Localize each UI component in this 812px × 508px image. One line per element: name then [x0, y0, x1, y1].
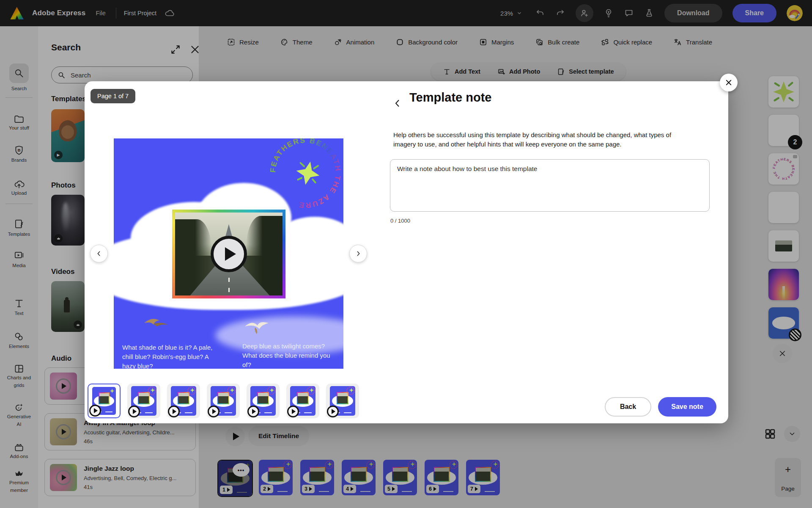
caption-dash — [145, 412, 153, 413]
next-page-arrow[interactable] — [349, 245, 367, 262]
star-sticker-mini — [110, 389, 115, 393]
play-icon — [327, 406, 339, 417]
video-shape — [138, 392, 150, 404]
note-textarea[interactable] — [390, 159, 710, 212]
template-note-modal: Page 1 of 7 FEATHERS BENEATH THE AZURE — [85, 81, 728, 423]
save-note-button[interactable]: Save note — [658, 397, 716, 417]
video-shape — [257, 392, 269, 404]
bird-icon — [143, 315, 170, 330]
preview-thumb-page-3[interactable] — [167, 384, 200, 418]
template-note-pane: Template note Help others be successful … — [389, 81, 719, 423]
squiggle-text-mini — [346, 387, 355, 395]
squiggle-text-mini — [267, 387, 275, 395]
squiggle-text-mini — [148, 387, 156, 395]
squiggle-text-mini — [227, 387, 236, 395]
play-icon — [89, 405, 101, 417]
back-chevron-icon[interactable] — [392, 98, 403, 108]
modal-description: Help others be successful using this tem… — [393, 130, 689, 149]
play-icon — [287, 406, 299, 417]
bird-icon — [242, 320, 272, 336]
preview-thumb-page-1[interactable] — [88, 384, 121, 418]
squiggle-text-mini — [307, 387, 315, 395]
adobe-express-app: Adobe Express File First Project 23% — [0, 0, 812, 508]
preview-thumb-page-6[interactable] — [286, 384, 319, 418]
preview-thumb-page-5[interactable] — [247, 384, 280, 418]
video-play-button[interactable] — [211, 236, 247, 272]
caption-dash — [304, 412, 312, 413]
page-indicator-badge: Page 1 of 7 — [91, 89, 135, 103]
play-icon — [168, 406, 180, 417]
video-shape — [297, 392, 309, 404]
play-icon — [247, 406, 259, 417]
modal-close-button[interactable] — [720, 74, 738, 91]
preview-page-thumbnails — [88, 384, 359, 418]
squiggle-text-mini — [187, 387, 196, 395]
video-shape — [178, 392, 190, 404]
prev-page-arrow[interactable] — [90, 245, 108, 262]
caption-dash — [264, 412, 272, 413]
preview-thumb-page-2[interactable] — [127, 384, 160, 418]
caption-left: What shade of blue is it? A pale, chill … — [122, 343, 220, 369]
caption-dash — [225, 412, 232, 413]
char-counter: 0 / 1000 — [390, 218, 410, 224]
video-shape — [337, 392, 349, 404]
caption-dash — [344, 412, 351, 413]
play-icon — [128, 406, 140, 417]
caption-right: Deep blue as twilight comes? What does t… — [242, 342, 335, 369]
caption-dash — [105, 411, 112, 412]
caption-dash — [185, 412, 192, 413]
video-shape — [217, 392, 230, 404]
back-button[interactable]: Back — [605, 397, 651, 417]
preview-thumb-page-4[interactable] — [207, 384, 240, 418]
modal-title: Template note — [409, 91, 491, 105]
template-preview: FEATHERS BENEATH THE AZURE Wh — [114, 138, 343, 369]
video-shape — [99, 392, 110, 404]
star-sticker — [292, 157, 324, 189]
preview-thumb-page-7[interactable] — [326, 384, 359, 418]
play-icon — [208, 406, 219, 417]
